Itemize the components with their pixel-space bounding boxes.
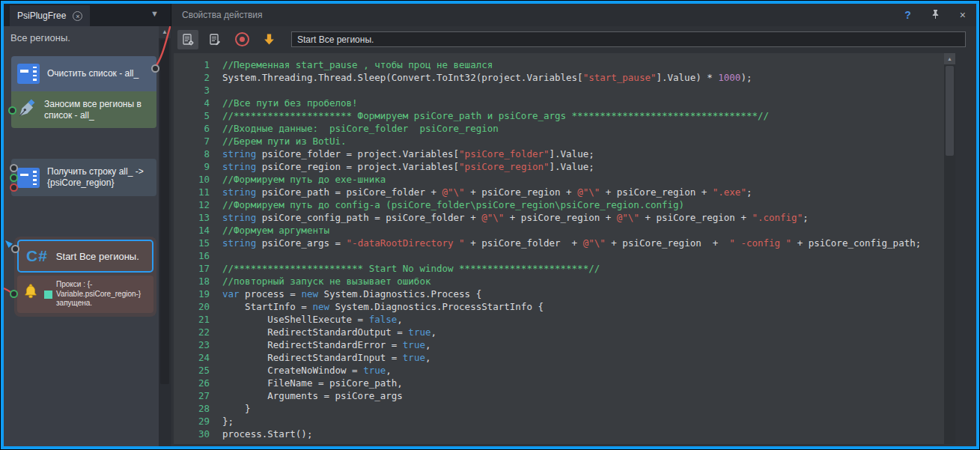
action-name-input[interactable]	[291, 31, 966, 47]
line-number: 11	[174, 186, 222, 198]
code-line: 20 StartInfo = new System.Diagnostics.Pr…	[174, 300, 944, 313]
line-number: 20	[174, 300, 222, 313]
help-icon[interactable]: ?	[904, 9, 911, 21]
action-block-add-regions[interactable]: Заносим все регионы в список - all_	[11, 91, 156, 128]
action-block-label: Получить строку all_ -> {psiCore_region}	[47, 166, 150, 189]
notification-label: Прокси : {-Variable.psiCore_region-} зап…	[56, 280, 150, 308]
code-scrollbar-thumb[interactable]	[946, 66, 954, 156]
code-editor[interactable]: 1//Переменная start_pause , чтобы проц н…	[174, 53, 955, 444]
code-line: 19var process = new System.Diagnostics.P…	[174, 288, 944, 300]
code-line: 7//Берем пути из BotUi.	[174, 135, 944, 148]
action-block-get-string[interactable]: Получить строку all_ -> {psiCore_region}	[11, 159, 156, 196]
line-number: 13	[174, 211, 222, 224]
record-icon	[235, 32, 249, 46]
record-button[interactable]	[231, 30, 252, 49]
variable-swatch	[44, 291, 52, 299]
line-number: 26	[174, 377, 222, 389]
action-block-csharp[interactable]: C# Start Все регионы.	[17, 240, 153, 273]
action-edit-button[interactable]	[204, 30, 225, 49]
line-number: 7	[174, 135, 222, 148]
line-number: 1	[174, 58, 222, 71]
pin-icon[interactable]	[931, 9, 940, 22]
line-number: 4	[174, 97, 222, 109]
code-scroll-up-icon[interactable]: ▲	[944, 53, 955, 64]
connector-in-add-regions[interactable]	[8, 106, 16, 115]
line-number: 6	[174, 122, 222, 135]
code-line: 18//повторный запуск не вызывает ошибок	[174, 275, 944, 288]
code-scrollbar[interactable]: ▲	[944, 53, 955, 444]
tab-list-dropdown-icon[interactable]: ▼	[150, 9, 159, 18]
code-line: 24 RedirectStandardInput = true,	[174, 351, 944, 364]
connector-error-get-string[interactable]	[10, 183, 18, 192]
line-number: 27	[174, 389, 222, 402]
line-number: 29	[174, 415, 222, 428]
action-block-label: Заносим все регионы в список - all_	[44, 99, 150, 121]
line-number: 8	[174, 148, 222, 160]
code-line: 28 }	[174, 402, 944, 415]
bell-icon	[21, 283, 40, 305]
line-number: 3	[174, 84, 222, 97]
app-window: PsiPlugFree × ▼ Свойства действия ? × Вс…	[1, 1, 979, 449]
pen-icon	[17, 99, 37, 121]
action-block-label: Очистить список - all_	[47, 68, 139, 79]
notification-block[interactable]: Прокси : {-Variable.psiCore_region-} зап…	[17, 276, 153, 313]
down-arrow-icon	[263, 33, 276, 46]
code-line: 21 UseShellExecute = false,	[174, 313, 944, 326]
tab-title: PsiPlugFree	[17, 10, 66, 21]
csharp-block-label: Start Все регионы.	[56, 251, 139, 262]
line-number: 23	[174, 338, 222, 351]
line-number: 28	[174, 402, 222, 415]
connector-in-get-string[interactable]	[10, 164, 18, 172]
down-arrow-button[interactable]	[258, 30, 279, 49]
action-block-clear-list[interactable]: Очистить список - all_	[11, 56, 156, 91]
code-line: 9string psiCore_region = project.Variabl…	[174, 160, 944, 173]
code-line: 12//Формируем путь до config-a (psiCore_…	[174, 198, 944, 211]
tab-close-icon[interactable]: ×	[73, 11, 82, 21]
code-line: 15string psiCore_args = "-dataRootDirect…	[174, 237, 944, 249]
code-line: 8string psiCore_folder = project.Variabl…	[174, 148, 944, 160]
line-number: 16	[174, 249, 222, 262]
connector-out-clear-list[interactable]	[151, 64, 159, 73]
code-editor-lines[interactable]: 1//Переменная start_pause , чтобы проц н…	[174, 53, 944, 444]
canvas-scrollbar[interactable]: ▲	[159, 26, 171, 446]
properties-panel-title: Свойства действия	[182, 10, 262, 20]
regions-canvas[interactable]: Все регионы. Очистить список - all_ Зано…	[4, 26, 171, 446]
tab-psiplugfree[interactable]: PsiPlugFree ×	[10, 5, 90, 26]
line-number: 2	[174, 71, 222, 84]
line-number: 19	[174, 288, 222, 300]
csharp-action-group: C# Start Все регионы. Прокси : {-Variabl…	[14, 237, 156, 317]
close-icon[interactable]: ×	[960, 9, 966, 21]
code-line: 5//********************* Формируем psiCo…	[174, 109, 944, 122]
line-number: 10	[174, 173, 222, 186]
line-number: 5	[174, 109, 222, 122]
connector-in-notification[interactable]	[10, 290, 18, 298]
code-line: 30process.Start();	[174, 428, 944, 440]
list-icon	[17, 64, 40, 84]
code-line: 27 Arguments = psiCore_args	[174, 389, 944, 402]
scrollbar-thumb[interactable]	[160, 40, 169, 384]
code-line: 10//Формируем путь до exe-шника	[174, 173, 944, 186]
list-icon	[17, 168, 40, 188]
canvas-title: Все регионы.	[10, 32, 70, 43]
csharp-badge: C#	[26, 247, 48, 265]
line-number: 14	[174, 224, 222, 237]
action-settings-button[interactable]	[177, 30, 198, 49]
action-block-group: Очистить список - all_ Заносим все регио…	[11, 56, 156, 128]
line-number: 21	[174, 313, 222, 326]
code-line: 4//Все пути без пробелов!	[174, 97, 944, 109]
line-number: 18	[174, 275, 222, 288]
properties-panel: 1//Переменная start_pause , чтобы проц н…	[171, 26, 976, 446]
line-number: 15	[174, 237, 222, 249]
line-number: 30	[174, 428, 222, 440]
code-line: 1//Переменная start_pause , чтобы проц н…	[174, 58, 944, 71]
connector-ok-get-string[interactable]	[10, 174, 18, 182]
code-line: 26 FileName = psiCore_path,	[174, 377, 944, 389]
code-line: 29};	[174, 415, 944, 428]
code-line: 22 RedirectStandardOutput = true,	[174, 326, 944, 338]
code-line: 11string psiCore_path = psiCore_folder +…	[174, 186, 944, 198]
code-line: 17//*********************** Start No win…	[174, 262, 944, 275]
scroll-up-icon[interactable]: ▲	[159, 26, 171, 38]
line-number: 25	[174, 364, 222, 377]
cursor-arrow-icon	[4, 238, 13, 252]
code-line: 16	[174, 249, 944, 262]
